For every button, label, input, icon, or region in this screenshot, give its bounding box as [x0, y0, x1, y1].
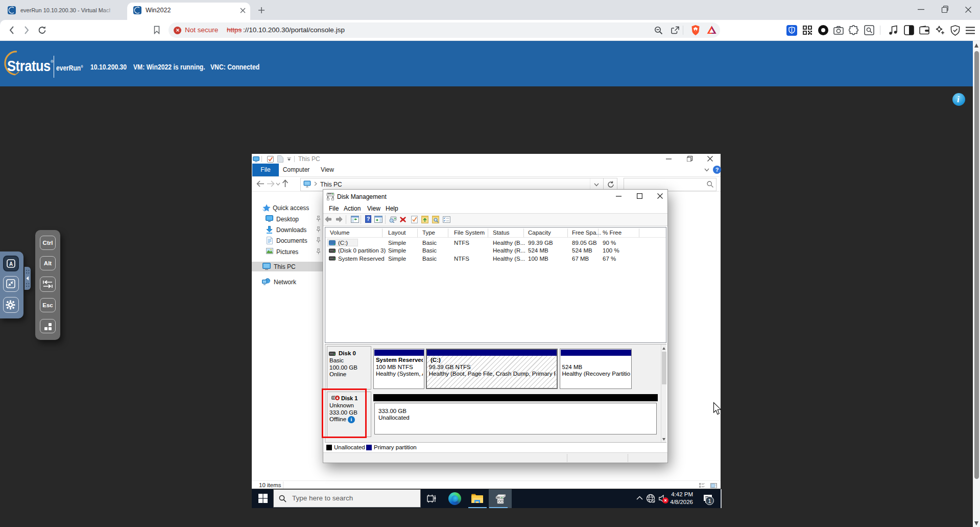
svg-text:?: ? — [367, 216, 370, 222]
svg-text:A: A — [9, 261, 12, 267]
